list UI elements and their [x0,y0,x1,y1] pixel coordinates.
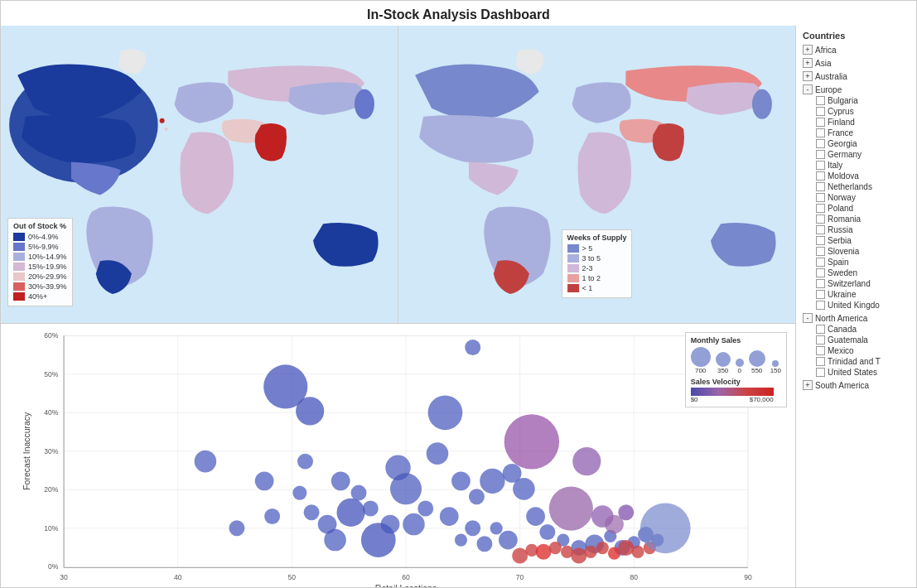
svg-text:80: 80 [630,573,639,581]
sidebar-group-asia-header[interactable]: + Asia [803,57,910,69]
svg-point-38 [428,395,463,430]
cb-sweden[interactable] [816,268,825,277]
page-title: In-Stock Analysis Dashboard [1,1,916,26]
expand-na-icon[interactable]: - [803,313,813,323]
cb-norway[interactable] [816,193,825,202]
cb-canada[interactable] [816,325,825,334]
svg-point-97 [631,546,644,558]
cb-serbia[interactable] [816,236,825,245]
cb-switzerland[interactable] [816,279,825,288]
sidebar-group-australia-header[interactable]: + Australia [803,70,910,82]
svg-point-37 [296,397,324,425]
svg-text:0%: 0% [48,562,59,571]
svg-point-47 [417,501,433,517]
expand-sa-icon[interactable]: + [803,380,813,390]
cb-germany[interactable] [816,150,825,159]
cb-ukraine[interactable] [816,290,825,299]
map-right: Weeks of Supply > 5 3 to 5 2-3 1 to 2 < … [398,26,795,323]
svg-text:Retail Locations: Retail Locations [375,584,437,587]
right-legend-title: Weeks of Supply [567,234,627,242]
cb-guatemala[interactable] [816,335,825,345]
charts-area: Out of Stock % 0%-4.9% 5%-9.9% 10%-14.9%… [1,26,796,587]
main-content: Out of Stock % 0%-4.9% 5%-9.9% 10%-14.9%… [1,26,916,587]
svg-point-72 [292,486,306,500]
svg-point-50 [455,533,467,546]
svg-text:60%: 60% [44,331,58,340]
svg-point-57 [513,478,535,500]
svg-point-53 [490,522,503,534]
svg-point-51 [476,536,492,552]
sidebar-group-north-america: - North America Canada Guatemala Mexico … [803,312,910,378]
svg-point-43 [336,499,364,527]
svg-point-58 [526,507,545,526]
cb-georgia[interactable] [816,139,825,148]
cb-cyprus[interactable] [816,107,825,116]
svg-point-77 [331,471,350,490]
svg-point-83 [549,486,593,530]
svg-point-49 [465,520,480,536]
sidebar-group-australia: + Australia [803,70,910,82]
left-legend-title: Out of Stock % [13,222,67,230]
svg-text:90: 90 [744,573,752,581]
svg-point-69 [229,520,244,536]
sidebar-label-africa: Africa [815,46,837,55]
sidebar-label-asia: Asia [815,59,831,68]
sidebar-group-na-header[interactable]: - North America [803,312,910,324]
cb-moldova[interactable] [816,171,825,181]
svg-text:40: 40 [174,573,182,581]
svg-point-42 [451,471,471,490]
cb-mexico[interactable] [816,346,825,355]
velocity-labels: $0 $70,000 [691,396,774,403]
svg-text:30: 30 [60,573,68,581]
svg-point-55 [480,469,504,494]
cb-trinidad[interactable] [816,357,825,366]
sidebar-group-africa-header[interactable]: + Africa [803,44,910,55]
svg-point-75 [324,529,346,552]
svg-point-54 [469,489,485,504]
svg-point-90 [549,542,562,554]
cb-united-kingdom[interactable] [816,301,825,310]
sidebar-label-na: North America [815,314,867,323]
sidebar-group-sa-header[interactable]: + South America [803,379,910,391]
top-maps: Out of Stock % 0%-4.9% 5%-9.9% 10%-14.9%… [1,26,795,324]
cb-poland[interactable] [816,204,825,213]
svg-text:20%: 20% [44,485,58,494]
cb-italy[interactable] [816,161,825,170]
cb-netherlands[interactable] [816,182,825,191]
expand-australia-icon[interactable]: + [803,71,813,81]
svg-point-76 [297,454,313,470]
svg-point-40 [385,455,410,480]
cb-finland[interactable] [816,118,825,127]
svg-point-78 [351,485,367,501]
svg-point-82 [572,447,601,475]
svg-point-73 [304,504,320,520]
expand-asia-icon[interactable]: + [803,58,813,68]
cb-slovenia[interactable] [816,247,825,256]
sidebar-group-europe-header[interactable]: - Europe [803,84,910,95]
svg-point-68 [195,451,217,473]
svg-point-79 [363,501,379,517]
scatter-plot: 60% 50% 40% 30% 20% 10% 0% 30 40 50 60 7… [1,324,795,587]
cb-russia[interactable] [816,225,825,234]
svg-text:60: 60 [402,573,410,581]
svg-point-52 [499,531,518,550]
svg-point-6 [752,89,772,119]
velocity-title: Sales Velocity [691,378,781,386]
svg-text:50%: 50% [44,370,58,378]
cb-bulgaria[interactable] [816,96,825,105]
svg-point-92 [571,548,586,564]
cb-us[interactable] [816,368,825,377]
svg-text:70: 70 [516,573,524,581]
svg-text:Forecast Inaccuracy: Forecast Inaccuracy [22,412,31,490]
cb-france[interactable] [816,128,825,137]
sidebar-label-australia: Australia [815,72,847,81]
expand-europe-icon[interactable]: - [803,84,813,94]
expand-africa-icon[interactable]: + [803,45,813,55]
svg-point-71 [264,508,280,524]
sidebar-group-africa: + Africa [803,44,910,55]
cb-spain[interactable] [816,258,825,267]
map-left: Out of Stock % 0%-4.9% 5%-9.9% 10%-14.9%… [1,26,398,323]
monthly-sales-title: Monthly Sales [691,336,781,345]
svg-point-46 [403,513,425,536]
cb-romania[interactable] [816,214,825,224]
